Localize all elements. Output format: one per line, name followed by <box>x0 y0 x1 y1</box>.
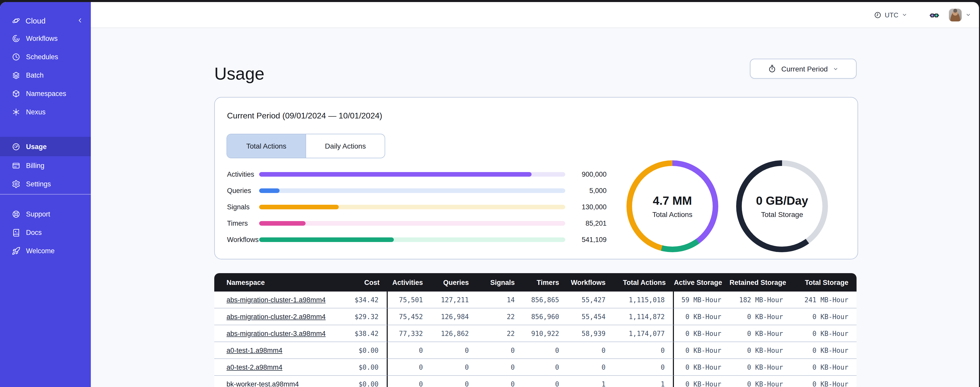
sidebar-item-label: Batch <box>26 71 44 79</box>
sidebar-item-label: Support <box>26 210 50 218</box>
cell-activities: 77,332 <box>388 325 431 342</box>
cell-timers: 856,960 <box>523 309 567 325</box>
timezone-selector[interactable]: UTC <box>874 11 908 19</box>
column-header-total-storage: Total Storage <box>791 273 856 291</box>
column-header-namespace: Namespace <box>214 273 352 291</box>
namespace-link[interactable]: a0-test-2.a98mm4 <box>226 363 282 371</box>
avatar[interactable] <box>949 8 962 21</box>
cell-workflows: 55,427 <box>567 291 614 309</box>
namespaces-icon <box>12 89 21 98</box>
sidebar-item-batch[interactable]: Batch <box>0 66 91 84</box>
sidebar-collapse-button[interactable] <box>76 17 84 24</box>
cell-timers: 0 <box>523 359 567 376</box>
cell-retained-storage: 0 KB-Hour <box>730 342 791 359</box>
sidebar-item-workflows[interactable]: Workflows <box>0 29 91 48</box>
sidebar-nav-footer: SupportDocsWelcome <box>0 205 91 260</box>
feedback-glasses-icon[interactable] <box>929 10 940 20</box>
column-header-timers: Timers <box>523 273 567 291</box>
period-select-button[interactable]: Current Period <box>750 59 856 78</box>
cell-workflows: 0 <box>567 342 614 359</box>
bar-row-signals: Signals130,000 <box>227 198 606 215</box>
cell-total-storage: 0 KB-Hour <box>791 309 856 325</box>
column-header-total-actions: Total Actions <box>614 273 674 291</box>
cell-total-actions: 1,114,872 <box>614 309 674 325</box>
cell-timers: 0 <box>523 342 567 359</box>
cell-queries: 0 <box>431 342 477 359</box>
bar-row-timers: Timers85,201 <box>227 215 606 231</box>
cell-retained-storage: 0 KB-Hour <box>730 376 791 387</box>
table-row: a0-test-2.a98mm4$0.000000000 KB-Hour0 KB… <box>214 359 856 376</box>
sidebar-item-billing[interactable]: Billing <box>0 156 91 174</box>
welcome-icon <box>12 246 21 255</box>
column-header-activities: Activities <box>388 273 431 291</box>
namespace-link[interactable]: abs-migration-cluster-2.a98mm4 <box>226 313 326 320</box>
bar-label: Signals <box>227 203 259 211</box>
cell-active-storage: 0 KB-Hour <box>674 309 730 325</box>
cell-signals: 22 <box>477 309 523 325</box>
sidebar-nav-main: WorkflowsSchedulesBatchNamespacesNexus <box>0 29 91 121</box>
namespace-link[interactable]: abs-migration-cluster-1.a98mm4 <box>226 296 326 304</box>
cell-queries: 0 <box>431 376 477 387</box>
actions-bar-chart: Activities900,000Queries5,000Signals130,… <box>227 166 606 248</box>
cell-timers: 910,922 <box>523 325 567 342</box>
namespace-link[interactable]: abs-migration-cluster-3.a98mm4 <box>226 329 326 337</box>
nexus-icon <box>12 107 21 116</box>
cell-signals: 22 <box>477 325 523 342</box>
total-storage-donut: 0 GB/Day Total Storage <box>736 160 828 252</box>
bar-fill <box>259 221 305 225</box>
cell-total-actions: 1,174,077 <box>614 325 674 342</box>
user-menu-chevron-icon[interactable] <box>965 12 971 18</box>
sidebar-item-namespaces[interactable]: Namespaces <box>0 84 91 102</box>
bar-label: Timers <box>227 219 259 227</box>
bar-label: Queries <box>227 187 259 194</box>
cell-total-storage: 0 KB-Hour <box>791 342 856 359</box>
cell-cost: $38.42 <box>352 325 388 342</box>
sidebar-item-welcome[interactable]: Welcome <box>0 241 91 260</box>
bar-track <box>259 205 565 209</box>
top-bar: UTC <box>91 2 979 28</box>
donut-center: 0 GB/Day Total Storage <box>736 160 828 252</box>
cell-total-actions: 1 <box>614 376 674 387</box>
column-header-signals: Signals <box>477 273 523 291</box>
cell-cost: $0.00 <box>352 342 388 359</box>
total-actions-donut: 4.7 MM Total Actions <box>627 160 718 252</box>
tab-total-actions[interactable]: Total Actions <box>227 134 305 158</box>
sidebar-item-schedules[interactable]: Schedules <box>0 48 91 66</box>
cell-queries: 126,984 <box>431 309 477 325</box>
tab-daily-actions[interactable]: Daily Actions <box>305 134 385 158</box>
total-actions-value: 4.7 MM <box>653 194 692 208</box>
sidebar-item-usage[interactable]: Usage <box>0 137 91 156</box>
cell-cost: $34.42 <box>352 291 388 309</box>
bar-fill <box>259 172 531 176</box>
cell-total-storage: 0 KB-Hour <box>791 325 856 342</box>
cell-active-storage: 59 MB-Hour <box>674 291 730 309</box>
bar-track <box>259 237 565 242</box>
cell-retained-storage: 0 KB-Hour <box>730 359 791 376</box>
app-window: Cloud WorkflowsSchedulesBatchNamespacesN… <box>0 2 979 387</box>
cell-active-storage: 0 KB-Hour <box>674 325 730 342</box>
cell-total-actions: 1,115,018 <box>614 291 674 309</box>
namespace-link[interactable]: a0-test-1.a98mm4 <box>226 346 282 354</box>
sidebar-item-docs[interactable]: Docs <box>0 223 91 241</box>
bar-fill <box>259 237 394 242</box>
sidebar-item-settings[interactable]: Settings <box>0 174 91 193</box>
table-row: a0-test-1.a98mm4$0.000000000 KB-Hour0 KB… <box>214 342 856 359</box>
actions-view-tabs: Total Actions Daily Actions <box>226 134 385 158</box>
cell-total-storage: 241 MB-Hour <box>791 291 856 309</box>
namespace-link[interactable]: bk-worker-test.a98mm4 <box>226 380 299 387</box>
brand-label: Cloud <box>25 16 45 25</box>
batch-icon <box>12 71 21 79</box>
namespace-cell: bk-worker-test.a98mm4 <box>214 376 352 387</box>
cell-activities: 0 <box>388 359 431 376</box>
docs-icon <box>12 228 21 237</box>
sidebar-item-support[interactable]: Support <box>0 205 91 223</box>
sidebar-item-nexus[interactable]: Nexus <box>0 102 91 121</box>
cell-workflows: 58,939 <box>567 325 614 342</box>
table-row: abs-migration-cluster-3.a98mm4$38.4277,3… <box>214 325 856 342</box>
namespace-cell: abs-migration-cluster-2.a98mm4 <box>214 309 352 325</box>
main-content: Usage Current Period Current Period (09/… <box>91 28 979 387</box>
bar-track <box>259 188 565 193</box>
column-header-active-storage: Active Storage <box>674 273 730 291</box>
total-storage-label: Total Storage <box>761 210 803 219</box>
chevron-down-icon <box>901 12 908 18</box>
